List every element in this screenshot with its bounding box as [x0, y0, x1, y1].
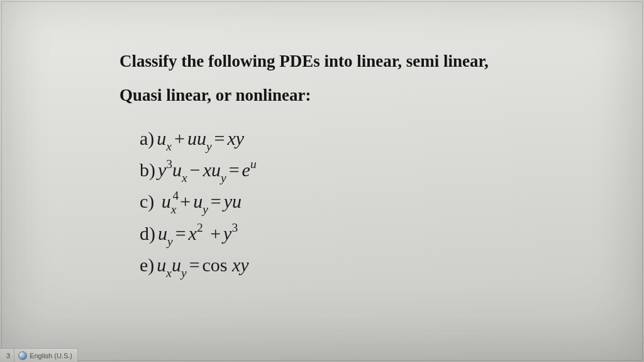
equation-c: c) ux4+uy=yu: [140, 186, 606, 218]
equation-label-e: e): [140, 254, 154, 275]
equation-d: d)uy=x2 +y3: [140, 218, 606, 250]
globe-icon[interactable]: [18, 351, 27, 360]
equation-label-c: c): [140, 191, 154, 212]
equation-label-b: b): [140, 159, 155, 180]
equation-b: b)y3ux−xuy=eu: [140, 155, 606, 186]
question-heading: Classify the following PDEs into linear,…: [119, 44, 606, 112]
equations-list: a)ux+uuy=xy b)y3ux−xuy=eu c) ux4+uy=yu d…: [119, 117, 606, 281]
equation-a: a)ux+uuy=xy: [140, 123, 606, 155]
page-number[interactable]: 3: [3, 349, 14, 362]
equation-label-d: d): [140, 223, 155, 244]
language-indicator[interactable]: English (U.S.): [30, 349, 78, 362]
heading-line-2: Quasi linear, or nonlinear:: [119, 78, 606, 112]
status-bar: 3 English (U.S.): [0, 348, 78, 362]
equation-e: e)uxuy=cos xy: [140, 250, 606, 281]
heading-line-1: Classify the following PDEs into linear,…: [119, 44, 606, 78]
equation-label-a: a): [140, 128, 154, 149]
document-content: Classify the following PDEs into linear,…: [119, 44, 606, 281]
